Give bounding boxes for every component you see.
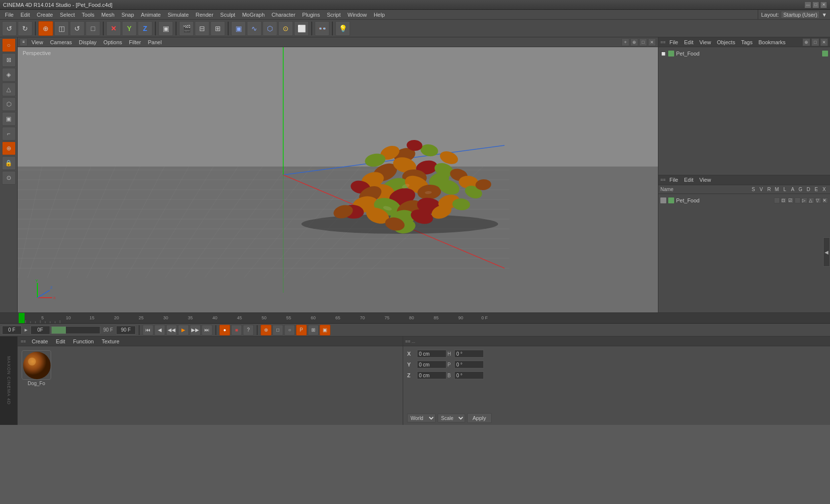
objects-view-menu[interactable]: View xyxy=(697,39,713,46)
key-frame-button[interactable]: ⊕ xyxy=(261,325,271,336)
frame-slider[interactable] xyxy=(51,326,100,334)
angle-tool-button[interactable]: ⌐ xyxy=(2,127,16,140)
viewport-ctrl-4[interactable]: ✕ xyxy=(648,38,656,46)
h-rot-input[interactable] xyxy=(454,350,484,358)
play-backwards-button[interactable]: ◀◀ xyxy=(166,325,177,336)
window-controls[interactable]: — □ ✕ xyxy=(804,1,827,8)
polygon-mode-button[interactable]: ⊠ xyxy=(2,53,16,67)
point-mode-button[interactable]: △ xyxy=(2,83,16,96)
cycle-button[interactable]: ○ xyxy=(284,325,295,336)
material-create-menu[interactable]: Create xyxy=(30,338,50,345)
scale-tool-button[interactable]: ◫ xyxy=(54,21,69,36)
objects-file-menu[interactable]: File xyxy=(668,39,681,46)
menu-edit[interactable]: Edit xyxy=(18,11,33,19)
viewport-ctrl-3[interactable]: □ xyxy=(639,38,647,46)
viewport-ctrl-2[interactable]: ⊕ xyxy=(630,38,638,46)
menu-select[interactable]: Select xyxy=(57,11,78,19)
material-thumbnail[interactable] xyxy=(22,350,51,380)
menu-snap[interactable]: Snap xyxy=(119,11,137,19)
menu-script[interactable]: Script xyxy=(324,11,344,19)
prop-icon-2[interactable]: ⊡ xyxy=(781,197,787,203)
play-forwards-button[interactable]: ▶▶ xyxy=(190,325,201,336)
edge-mode-button[interactable]: ◈ xyxy=(2,68,16,82)
menu-tools[interactable]: Tools xyxy=(79,11,97,19)
b-rot-input[interactable] xyxy=(454,371,484,379)
objects-bookmarks-menu[interactable]: Bookmarks xyxy=(756,39,787,46)
nurbs-button[interactable]: ⬡ xyxy=(263,21,277,36)
menu-help[interactable]: Help xyxy=(371,11,388,19)
y-constraint-button[interactable]: Y xyxy=(122,21,137,36)
move-tool-button[interactable]: ⊕ xyxy=(38,21,53,36)
film-button[interactable]: 🎬 xyxy=(179,21,194,36)
menu-animate[interactable]: Animate xyxy=(138,11,164,19)
timeline-marker[interactable] xyxy=(19,313,23,323)
timeline[interactable]: 0 5 10 15 20 25 30 35 40 45 50 55 60 65 … xyxy=(0,313,830,324)
panel-menu[interactable]: Panel xyxy=(145,38,165,46)
go-to-end-button[interactable]: ⏭ xyxy=(202,325,212,336)
play-button[interactable]: ▶ xyxy=(178,325,189,336)
prop-icon-6[interactable]: △ xyxy=(808,197,814,203)
3d-viewport[interactable]: Perspective xyxy=(18,47,658,312)
menu-character[interactable]: Character xyxy=(268,11,298,19)
objects-panel-ctrl-2[interactable]: □ xyxy=(811,38,819,46)
menu-render[interactable]: Render xyxy=(193,11,216,19)
rotate-tool-button[interactable]: ↺ xyxy=(70,21,85,36)
current-frame-input[interactable] xyxy=(2,326,22,335)
undo-button[interactable]: ↺ xyxy=(2,21,17,36)
film3-button[interactable]: ⊞ xyxy=(210,21,225,36)
x-pos-input[interactable] xyxy=(417,350,446,358)
sculpt-tool-button[interactable]: ⊙ xyxy=(2,171,16,185)
prop-icon-7[interactable]: ▽ xyxy=(815,197,821,203)
render-settings-button[interactable]: ▣ xyxy=(158,21,173,36)
go-to-start-button[interactable]: ⏮ xyxy=(143,325,153,336)
display-menu[interactable]: Display xyxy=(76,38,99,46)
render-frame-button[interactable]: ▣ xyxy=(320,325,330,336)
sub-frame-input[interactable] xyxy=(30,326,50,335)
glasses-button[interactable]: 👓 xyxy=(315,21,329,36)
material-function-menu[interactable]: Function xyxy=(71,338,96,345)
extra-button[interactable]: ⊞ xyxy=(308,325,319,336)
menu-simulate[interactable]: Simulate xyxy=(165,11,192,19)
objects-edit-menu[interactable]: Edit xyxy=(682,39,695,46)
camera-button[interactable]: ⬜ xyxy=(294,21,309,36)
view-menu[interactable]: View xyxy=(29,38,46,46)
maximize-button[interactable]: □ xyxy=(812,1,819,8)
prop-icon-4[interactable] xyxy=(795,197,800,203)
box-tool-button[interactable]: ▣ xyxy=(2,112,16,126)
select-all-button[interactable]: □ xyxy=(86,21,100,36)
menu-window[interactable]: Window xyxy=(345,11,370,19)
objects-objects-menu[interactable]: Objects xyxy=(715,39,737,46)
object-mode-button[interactable]: ○ xyxy=(2,38,16,52)
material-edit-menu[interactable]: Edit xyxy=(54,338,67,345)
end-frame-input[interactable] xyxy=(116,326,136,335)
auto-key-button[interactable]: ? xyxy=(243,325,254,336)
menu-file[interactable]: File xyxy=(2,11,17,19)
lock-tool-button[interactable]: 🔒 xyxy=(2,156,16,170)
props-edit-menu[interactable]: Edit xyxy=(682,176,695,183)
cube-button[interactable]: ▣ xyxy=(231,21,246,36)
z-constraint-button[interactable]: Z xyxy=(138,21,152,36)
render-button[interactable]: 💡 xyxy=(335,21,350,36)
paint-tool-button[interactable]: ⊕ xyxy=(2,141,16,155)
prop-icon-5[interactable]: ▷ xyxy=(801,197,807,203)
menu-plugins[interactable]: Plugins xyxy=(299,11,323,19)
pet-food-object-row[interactable]: 🔲 Pet_Food xyxy=(660,49,828,58)
prev-frame-button[interactable]: ◀ xyxy=(154,325,165,336)
objects-tags-menu[interactable]: Tags xyxy=(739,39,754,46)
close-button[interactable]: ✕ xyxy=(820,1,827,8)
viewport-menu-icon[interactable]: ≡ xyxy=(20,38,28,46)
motion-button[interactable]: □ xyxy=(272,325,283,336)
material-texture-menu[interactable]: Texture xyxy=(100,338,121,345)
menu-mograph[interactable]: MoGraph xyxy=(239,11,267,19)
minimize-button[interactable]: — xyxy=(804,1,811,8)
material-item[interactable]: Dog_Fo xyxy=(22,350,51,386)
objects-panel-ctrl-1[interactable]: ⊕ xyxy=(802,38,810,46)
right-tab-handle[interactable]: ◀ xyxy=(823,237,830,267)
menu-sculpt[interactable]: Sculpt xyxy=(217,11,238,19)
x-constraint-button[interactable]: ✕ xyxy=(106,21,121,36)
props-file-menu[interactable]: File xyxy=(668,176,681,183)
spline-button[interactable]: ∿ xyxy=(247,21,262,36)
y-pos-input[interactable] xyxy=(417,361,446,368)
objects-panel-ctrl-3[interactable]: ✕ xyxy=(820,38,828,46)
film2-button[interactable]: ⊟ xyxy=(195,21,209,36)
